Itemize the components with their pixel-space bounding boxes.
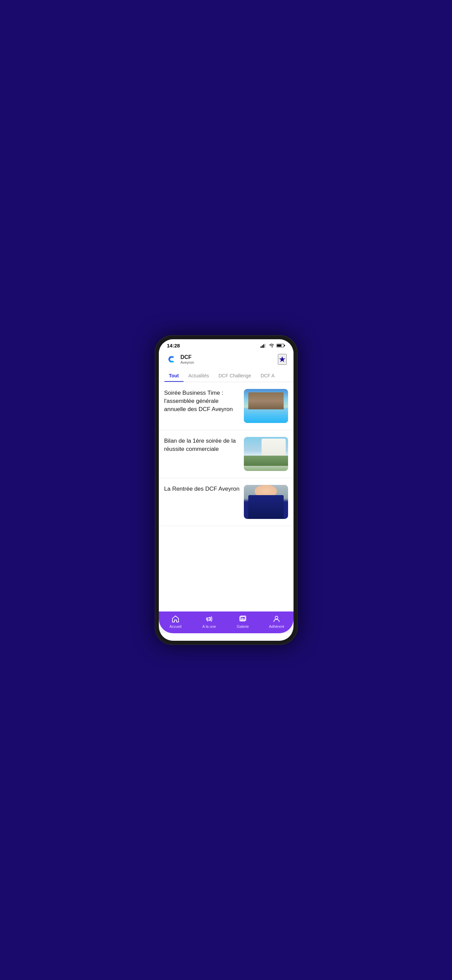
- svg-rect-1: [262, 345, 263, 348]
- dcf-logo-icon: [166, 353, 178, 366]
- news-item-2[interactable]: Bilan de la 1ère soirée de la réussite c…: [159, 430, 293, 478]
- news-title-2: Bilan de la 1ère soirée de la réussite c…: [164, 437, 240, 453]
- logo-area: DCF Aveyron: [166, 353, 194, 366]
- phone-frame: 14:28: [155, 335, 298, 645]
- signal-icon: [260, 343, 266, 348]
- status-time: 14:28: [167, 343, 180, 348]
- svg-point-7: [166, 353, 178, 365]
- news-text-3: La Rentrée des DCF Aveyron: [164, 485, 240, 493]
- tab-actualites[interactable]: Actualités: [184, 369, 214, 382]
- svg-point-12: [275, 616, 278, 619]
- bottom-nav: Accueil A la une: [159, 611, 293, 633]
- home-icon: [171, 615, 179, 623]
- svg-rect-2: [263, 344, 264, 348]
- nav-adherent[interactable]: Adhérent: [260, 615, 293, 628]
- nav-alaune[interactable]: A la une: [192, 615, 226, 628]
- nav-accueil-label: Accueil: [170, 624, 181, 628]
- logo-title: DCF: [181, 354, 194, 360]
- news-item-1[interactable]: Soirée Business Time : l'assemblée génér…: [159, 382, 293, 430]
- svg-rect-5: [284, 345, 285, 347]
- news-title-3: La Rentrée des DCF Aveyron: [164, 485, 240, 493]
- logo-text-area: DCF Aveyron: [181, 354, 194, 364]
- nav-galerie[interactable]: Galerie: [226, 615, 260, 628]
- tabs-bar: Tout Actualités DCF Challenge DCF A: [159, 369, 293, 382]
- person-icon: [273, 615, 281, 623]
- status-icons: [260, 343, 285, 348]
- tab-dcf-a[interactable]: DCF A: [256, 369, 279, 382]
- megaphone-icon: [205, 615, 213, 623]
- logo-subtitle: Aveyron: [181, 360, 194, 364]
- nav-accueil[interactable]: Accueil: [159, 615, 192, 628]
- news-text-1: Soirée Business Time : l'assemblée génér…: [164, 389, 240, 413]
- status-bar: 14:28: [159, 339, 293, 350]
- gallery-icon: [239, 615, 247, 623]
- news-text-2: Bilan de la 1ère soirée de la réussite c…: [164, 437, 240, 453]
- nav-adherent-label: Adhérent: [269, 624, 284, 628]
- nav-galerie-label: Galerie: [237, 624, 249, 628]
- svg-rect-8: [206, 618, 208, 620]
- news-image-3: [244, 485, 288, 519]
- home-indicator: [206, 638, 247, 640]
- tab-tout[interactable]: Tout: [164, 369, 184, 382]
- content-area[interactable]: Soirée Business Time : l'assemblée génér…: [159, 382, 293, 611]
- phone-screen: 14:28: [159, 339, 293, 641]
- phone-bottom: [159, 633, 293, 641]
- news-image-2: [244, 437, 288, 471]
- svg-rect-6: [277, 345, 281, 347]
- news-title-1: Soirée Business Time : l'assemblée génér…: [164, 389, 240, 413]
- favorite-button[interactable]: ★: [278, 354, 287, 365]
- news-image-1: [244, 389, 288, 423]
- wifi-icon: [269, 343, 274, 348]
- news-item-3[interactable]: La Rentrée des DCF Aveyron: [159, 478, 293, 526]
- nav-alaune-label: A la une: [202, 624, 216, 628]
- battery-icon: [276, 343, 285, 348]
- svg-rect-0: [260, 347, 262, 348]
- tab-dcf-challenge[interactable]: DCF Challenge: [214, 369, 256, 382]
- app-header: DCF Aveyron ★: [159, 350, 293, 369]
- svg-rect-3: [265, 344, 266, 348]
